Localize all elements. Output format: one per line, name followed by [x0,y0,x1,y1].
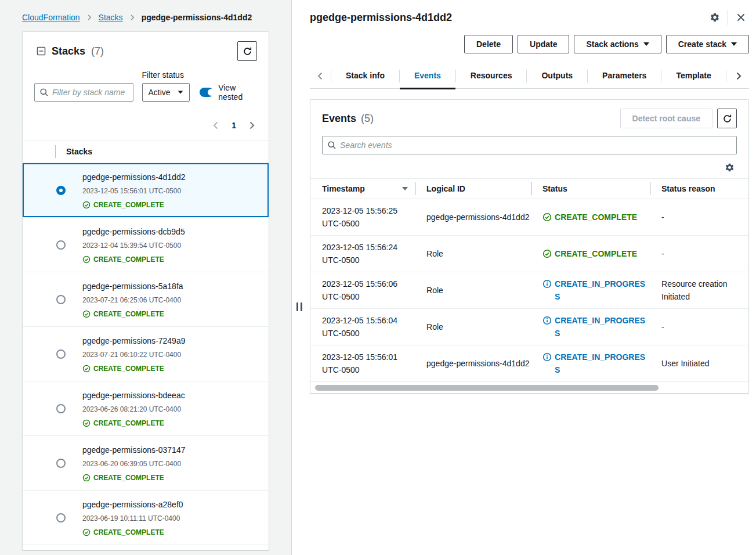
tabs-scroll-right-icon[interactable] [728,64,749,88]
tab-template[interactable]: Template [661,64,725,88]
events-title: Events [322,113,356,125]
stack-radio-button[interactable] [56,513,66,522]
event-status-label: CREATE_IN_PROGRESS [555,314,650,340]
stacks-count: (7) [91,45,104,57]
event-logical-id: Role [415,242,531,265]
filter-status-label: Filter status [142,70,190,80]
create-stack-dropdown-button[interactable]: Create stack [666,35,749,53]
tabs-scroll-left-icon[interactable] [310,64,331,88]
stack-filter-input[interactable] [34,83,133,102]
stack-name: pgedge-permissions-5a18fa [82,280,183,292]
column-header-status-reason[interactable]: Status reason [650,179,748,199]
stack-item-body: pgedge-permissions-bdeeac2023-06-26 08:2… [82,390,185,428]
tab-outputs[interactable]: Outputs [527,64,587,88]
stack-name: pgedge-permissions-4d1dd2 [82,171,185,183]
stack-list-item[interactable]: pgedge-permissions-a28ef02023-06-19 10:1… [23,491,269,545]
status-success-icon [82,474,91,482]
stack-status-label: CREATE_COMPLETE [93,309,164,319]
breadcrumb-link-cloudformation[interactable]: CloudFormation [22,13,80,22]
stack-list-item[interactable]: pgedge-permissions-4d1dd22023-12-05 15:5… [23,163,269,218]
events-table-header: Timestamp Logical ID Status Status reaso… [310,178,748,199]
stack-status: CREATE_COMPLETE [82,528,183,537]
view-nested-toggle[interactable] [200,88,214,97]
detect-root-cause-button[interactable]: Detect root cause [620,109,712,128]
event-logical-id: pgedge-permissions-4d1dd2 [415,352,531,375]
event-timestamp: 2023-12-05 15:56:06 UTC-0500 [310,272,415,308]
event-status-reason: - [650,315,748,338]
event-status-flag: CREATE_IN_PROGRESS [542,314,650,340]
event-status-flag: CREATE_COMPLETE [542,211,650,224]
stack-radio-button[interactable] [56,404,66,413]
status-success-icon [82,255,91,264]
stack-list-item[interactable]: pgedge-permissions-bdeeac2023-06-26 08:2… [23,381,269,436]
stack-status: CREATE_COMPLETE [82,255,185,264]
view-nested-label: View nested [218,83,257,102]
event-timestamp: 2023-12-05 15:56:01 UTC-0500 [310,345,415,381]
events-count: (5) [361,113,374,125]
stack-list-item[interactable]: pgedge-permissions-5a18fa2023-07-21 06:2… [23,272,269,327]
event-status-flag: CREATE_IN_PROGRESS [542,278,650,303]
events-search-input[interactable] [322,136,737,154]
refresh-events-button[interactable] [717,109,737,128]
stack-status-label: CREATE_COMPLETE [93,473,164,482]
stack-list-item[interactable]: pgedge-permissions-7249a92023-07-21 06:1… [23,327,269,381]
event-status-label: CREATE_IN_PROGRESS [555,278,650,303]
panel-resize-handle[interactable] [296,302,302,311]
stack-status: CREATE_COMPLETE [82,473,185,482]
stack-created-timestamp: 2023-07-21 06:25:06 UTC-0400 [82,295,183,305]
stack-detail-split-panel: pgedge-permissions-4d1dd2 Delete Update … [291,0,756,555]
current-page-number[interactable]: 1 [226,121,242,130]
stack-filter-search [34,83,133,102]
stack-status: CREATE_COMPLETE [82,309,183,319]
caret-down-icon [731,42,737,46]
stack-radio-button[interactable] [56,186,66,195]
search-icon [39,88,49,97]
collapse-panel-icon[interactable] [37,46,46,56]
stacks-title: Stacks [52,45,85,57]
refresh-stacks-button[interactable] [237,41,257,61]
column-header-logical-id[interactable]: Logical ID [415,179,531,199]
stack-status-label: CREATE_COMPLETE [93,419,164,428]
delete-button[interactable]: Delete [464,35,513,53]
tab-parameters[interactable]: Parameters [588,64,661,88]
stack-actions-dropdown-button[interactable]: Stack actions [574,35,661,53]
tab-resources[interactable]: Resources [456,64,527,88]
filter-status-select[interactable]: Active [142,83,190,102]
stack-item-body: pgedge-permissions-a28ef02023-06-19 10:1… [82,499,183,537]
horizontal-scrollbar-thumb[interactable] [315,385,659,391]
tab-events[interactable]: Events [400,64,455,88]
event-status-reason: Resource creation Initiated [650,272,748,308]
status-success-icon [82,310,91,318]
breadcrumb-chevron-icon [86,14,93,21]
event-row: 2023-12-05 15:56:01 UTC-0500pgedge-permi… [310,345,748,382]
panel-preferences-gear-icon[interactable] [707,9,723,26]
stack-item-body: pgedge-permissions-5a18fa2023-07-21 06:2… [82,280,183,319]
breadcrumb: CloudFormation Stacks pgedge-permissions… [0,0,291,22]
stack-list-item[interactable]: pgedge-permissions-0371472023-06-20 06:3… [23,436,269,491]
status-success-icon [542,249,552,258]
table-preferences-gear-icon[interactable] [725,163,735,172]
previous-page-button[interactable] [209,119,222,132]
stack-radio-button[interactable] [56,295,66,304]
filter-status-value: Active [149,88,171,97]
update-button[interactable]: Update [518,35,569,53]
stack-radio-button[interactable] [56,459,66,468]
events-table-settings [310,154,748,178]
column-header-status[interactable]: Status [531,179,650,199]
event-status: CREATE_COMPLETE [531,242,650,265]
event-status-flag: CREATE_COMPLETE [542,247,650,260]
stack-detail-content: pgedge-permissions-4d1dd2 Delete Update … [310,0,756,555]
stack-list-item[interactable]: pgedge-permissions-dcb9d52023-12-04 15:3… [23,218,269,272]
detail-panel-header: pgedge-permissions-4d1dd2 [310,0,749,26]
status-info-icon [542,316,552,325]
stack-radio-button[interactable] [56,349,66,359]
stacks-card-header: Stacks (7) [23,32,269,67]
next-page-button[interactable] [245,119,258,132]
tab-stack-info[interactable]: Stack info [331,64,399,88]
stack-radio-button[interactable] [56,240,66,250]
breadcrumb-link-stacks[interactable]: Stacks [99,13,123,22]
event-status: CREATE_IN_PROGRESS [531,272,650,308]
column-header-timestamp[interactable]: Timestamp [310,179,415,199]
events-table: Timestamp Logical ID Status Status reaso… [310,178,748,393]
close-panel-icon[interactable] [733,9,749,26]
